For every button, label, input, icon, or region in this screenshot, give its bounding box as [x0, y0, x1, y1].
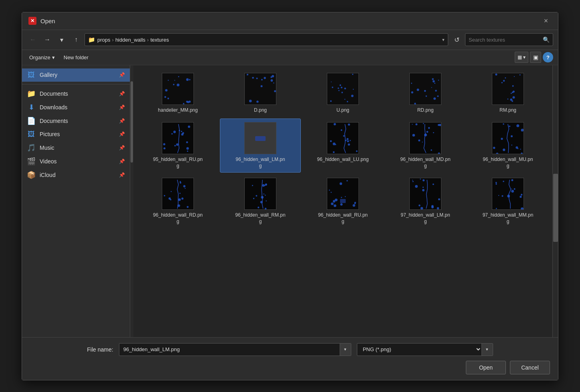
file-item[interactable]: 96_hidden_wall_RM.png — [220, 174, 301, 228]
path-part-props: props — [97, 37, 111, 43]
cancel-button[interactable]: Cancel — [510, 361, 550, 374]
sidebar-item-label-pictures: Pictures — [40, 131, 115, 137]
svg-point-47 — [437, 95, 439, 97]
file-grid: handelier_MM.pngD.pngU.pngRD.pngRM.png95… — [133, 65, 552, 337]
svg-point-119 — [501, 138, 503, 140]
svg-point-35 — [344, 99, 345, 99]
svg-point-68 — [512, 85, 514, 86]
svg-point-182 — [431, 206, 434, 209]
svg-point-66 — [507, 98, 509, 99]
sidebar-item-videos[interactable]: 🎬 Videos 📌 — [22, 155, 130, 168]
new-folder-button[interactable]: New folder — [61, 52, 91, 62]
svg-point-37 — [341, 92, 343, 93]
file-thumbnail — [492, 178, 524, 210]
address-chevron-icon[interactable]: ▾ — [442, 37, 445, 42]
open-dialog: ✕ Open × ← → ▾ ↑ 📁 props › hidden_walls … — [22, 12, 558, 380]
svg-point-26 — [264, 77, 266, 79]
file-item[interactable]: 96_hidden_wall_RD.png — [137, 174, 218, 228]
svg-point-108 — [415, 123, 417, 125]
forward-button[interactable]: → — [41, 34, 53, 46]
view-options-button[interactable]: ▦ ▾ — [515, 52, 528, 63]
svg-point-69 — [511, 92, 512, 94]
file-name: 96_hidden_wall_RM.png — [234, 212, 286, 225]
file-grid-scrollbar-thumb[interactable] — [553, 174, 558, 242]
svg-point-44 — [435, 90, 437, 91]
help-button[interactable]: ? — [543, 52, 553, 62]
svg-point-95 — [347, 140, 349, 142]
svg-point-115 — [512, 145, 512, 145]
sidebar-scrollbar — [130, 65, 133, 337]
file-name: 96_hidden_wall_LM.png — [234, 157, 286, 169]
svg-point-22 — [272, 75, 274, 77]
svg-point-175 — [438, 199, 440, 201]
sidebar-item-downloads[interactable]: ⬇ Downloads 📌 — [22, 101, 130, 114]
file-thumbnail — [409, 73, 441, 105]
svg-point-62 — [513, 96, 515, 99]
filetype-dropdown-icon[interactable]: ▾ — [481, 344, 493, 356]
svg-point-153 — [262, 184, 265, 187]
file-item[interactable]: D.png — [220, 69, 301, 117]
svg-point-111 — [423, 123, 424, 124]
search-input[interactable] — [469, 37, 540, 43]
svg-point-162 — [331, 192, 332, 193]
filename-input[interactable] — [119, 346, 340, 352]
file-item[interactable]: 96_hidden_wall_LM.png — [220, 119, 301, 173]
sidebar-item-icloud[interactable]: 📦 iCloud 📌 — [22, 168, 130, 182]
filetype-select[interactable]: PNG (*.png) — [357, 346, 481, 353]
svg-point-98 — [348, 123, 350, 125]
sidebar-item-documents1[interactable]: 📁 Documents 📌 — [22, 87, 130, 101]
up-button[interactable]: ↑ — [70, 34, 82, 46]
file-item[interactable]: 96_hidden_wall_LU.png — [302, 119, 383, 173]
file-item[interactable]: 96_hidden_wall_MU.png — [467, 119, 548, 173]
sidebar-item-gallery[interactable]: 🖼 Gallery 📌 — [22, 68, 130, 82]
svg-point-174 — [423, 187, 424, 188]
back-button[interactable]: ← — [27, 34, 39, 46]
svg-point-166 — [340, 183, 342, 185]
svg-point-129 — [171, 191, 172, 192]
file-item[interactable]: RD.png — [385, 69, 466, 117]
file-thumbnail — [162, 122, 194, 154]
file-item[interactable]: 96_hidden_wall_MD.png — [385, 119, 466, 173]
file-item[interactable]: U.png — [302, 69, 383, 117]
file-name: 96_hidden_wall_RU.png — [317, 212, 369, 225]
organize-button[interactable]: Organize ▾ — [27, 52, 57, 62]
svg-point-80 — [176, 143, 179, 146]
svg-point-197 — [498, 195, 499, 196]
file-item[interactable]: RM.png — [467, 69, 548, 117]
sidebar-item-documents2[interactable]: 📄 Documents 📌 — [22, 114, 130, 128]
sidebar-scrollbar-thumb[interactable] — [131, 81, 133, 163]
file-name: RM.png — [499, 107, 516, 114]
gallery-icon: 🖼 — [27, 71, 36, 79]
file-item[interactable]: 96_hidden_wall_RU.png — [302, 174, 383, 228]
refresh-button[interactable]: ↺ — [451, 34, 463, 46]
sidebar-item-pictures[interactable]: 🖼 Pictures 📌 — [22, 128, 130, 141]
svg-point-183 — [415, 185, 418, 188]
organize-chevron-icon: ▾ — [52, 54, 55, 60]
music-icon: 🎵 — [27, 143, 36, 152]
svg-point-109 — [438, 153, 440, 154]
dropdown-button[interactable]: ▾ — [56, 34, 68, 46]
svg-point-178 — [413, 181, 414, 182]
file-thumbnail — [409, 122, 441, 154]
svg-point-172 — [420, 179, 421, 179]
close-button[interactable]: × — [540, 15, 552, 26]
file-item[interactable]: 97_hidden_wall_LM.png — [385, 174, 466, 228]
sidebar-item-music[interactable]: 🎵 Music 📌 — [22, 141, 130, 155]
svg-point-91 — [341, 129, 342, 131]
file-thumbnail — [162, 178, 194, 210]
svg-point-176 — [419, 205, 421, 207]
filename-dropdown-icon[interactable]: ▾ — [340, 344, 351, 356]
svg-point-96 — [356, 151, 358, 152]
svg-point-5 — [183, 103, 185, 105]
address-bar[interactable]: 📁 props › hidden_walls › textures ▾ — [85, 33, 448, 46]
file-item[interactable]: handelier_MM.png — [137, 69, 218, 117]
svg-point-85 — [348, 143, 350, 145]
svg-point-124 — [521, 153, 523, 154]
path-part-hidden-walls: hidden_walls — [115, 37, 145, 43]
open-button[interactable]: Open — [466, 361, 506, 374]
file-item[interactable]: 97_hidden_wall_MM.png — [467, 174, 548, 228]
view-toggle-button[interactable]: ▣ — [530, 52, 541, 63]
file-thumbnail — [492, 122, 524, 154]
file-item[interactable]: 95_hidden_wall_RU.png — [137, 119, 218, 173]
svg-point-50 — [424, 90, 426, 92]
